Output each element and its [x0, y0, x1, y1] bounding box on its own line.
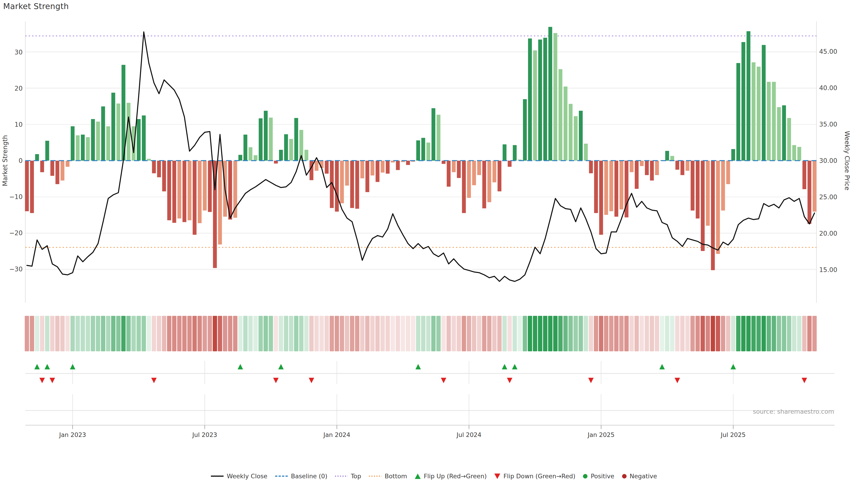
- strength-bars: [25, 27, 816, 270]
- strength-bar: [640, 161, 644, 166]
- strength-bar: [355, 161, 359, 209]
- heatmap-cell: [86, 316, 90, 351]
- left-tick-label: 10: [14, 121, 23, 128]
- heatmap-cell: [660, 316, 664, 351]
- strength-bar: [579, 111, 583, 161]
- strength-bar: [462, 161, 466, 213]
- strength-bar: [35, 154, 39, 161]
- heatmap-cell: [294, 316, 298, 351]
- legend-label: Baseline (0): [291, 473, 327, 480]
- strength-bar: [178, 161, 181, 219]
- heatmap-cell: [75, 316, 80, 351]
- heatmap-cell: [426, 316, 430, 351]
- heatmap-cell: [40, 316, 44, 351]
- legend-label: Positive: [591, 473, 614, 480]
- chart-legend: Weekly Close Baseline (0) Top Bottom Fli…: [0, 473, 868, 480]
- strength-bar: [188, 161, 191, 220]
- heatmap-cell: [736, 316, 741, 351]
- heatmap-cell: [751, 316, 756, 351]
- flip-down-marker: [802, 378, 807, 383]
- strength-bar: [493, 161, 496, 182]
- heatmap-cell: [457, 316, 461, 351]
- left-axis-title: Market Strength: [1, 135, 9, 186]
- right-tick-label: 45.00: [819, 48, 837, 55]
- strength-bar: [432, 108, 435, 161]
- heatmap-cell: [701, 316, 705, 351]
- left-tick-label: 20: [14, 85, 23, 92]
- heatmap-cell: [355, 316, 360, 351]
- strength-bar: [366, 161, 369, 192]
- heatmap-cell: [162, 316, 166, 351]
- heatmap-cell: [274, 316, 278, 351]
- strength-bar: [116, 103, 120, 161]
- heatmap-cell: [767, 316, 771, 351]
- flip-down-marker: [39, 378, 45, 383]
- heatmap-cell: [370, 316, 375, 351]
- flip-down-marker: [50, 378, 55, 383]
- weekly-close-line-icon: [211, 476, 223, 477]
- heatmap-cell: [629, 316, 634, 351]
- strength-bar: [762, 45, 766, 161]
- flip-down-triangle-icon: [494, 474, 500, 479]
- strength-bar: [96, 122, 100, 161]
- heatmap-cell: [538, 316, 542, 351]
- strength-bar: [345, 161, 349, 186]
- legend-label: Top: [351, 473, 361, 480]
- strength-bar: [690, 161, 694, 210]
- heatmap-cell: [548, 316, 553, 351]
- legend-label: Flip Up (Red→Green): [424, 473, 487, 480]
- left-tick-label: −20: [9, 229, 23, 237]
- heatmap-cell: [65, 316, 70, 351]
- heatmap-cell: [345, 316, 349, 351]
- heatmap-cell: [197, 316, 202, 351]
- heatmap-cell: [269, 316, 273, 351]
- strength-bar: [569, 104, 572, 161]
- strength-bar: [716, 161, 720, 254]
- heatmap-cell: [203, 316, 207, 351]
- heatmap-cell: [579, 316, 583, 351]
- heatmap-cell: [507, 316, 512, 351]
- strength-bar: [376, 161, 379, 182]
- flip-up-marker: [502, 364, 507, 369]
- heatmap-cell: [690, 316, 694, 351]
- heatmap-cell: [487, 316, 491, 351]
- strength-bar: [51, 161, 54, 176]
- flip-up-triangle-icon: [415, 474, 421, 479]
- strength-bar: [40, 161, 44, 172]
- strength-bar: [792, 145, 796, 161]
- strength-bar: [599, 161, 603, 235]
- strength-bar: [686, 161, 689, 171]
- source-attribution: source: sharemaestro.com: [753, 408, 834, 415]
- legend-item-positive: Positive: [583, 473, 614, 480]
- strength-bar: [112, 93, 115, 161]
- heatmap-cell: [772, 316, 776, 351]
- heatmap-cell: [192, 316, 197, 351]
- strength-bar: [574, 116, 578, 161]
- strength-bar: [614, 161, 618, 217]
- strength-bar: [563, 87, 567, 161]
- heatmap-cell: [802, 316, 807, 351]
- heatmap-cell: [812, 316, 817, 351]
- heatmap-cell: [594, 316, 598, 351]
- flip-up-marker: [512, 364, 518, 369]
- legend-label: Bottom: [385, 473, 407, 480]
- heatmap-cell: [711, 316, 715, 351]
- heatmap-cell: [568, 316, 573, 351]
- heatmap-cell: [111, 316, 116, 351]
- strength-bar: [767, 82, 771, 161]
- heatmap-cell: [91, 316, 95, 351]
- heatmap-cell: [792, 316, 796, 351]
- strength-bar: [142, 116, 146, 161]
- flip-up-marker: [415, 364, 421, 369]
- flip-up-marker: [44, 364, 50, 369]
- heatmap-cell: [721, 316, 725, 351]
- strength-bar: [675, 161, 679, 170]
- strength-bar: [711, 161, 715, 270]
- heatmap-cell: [304, 316, 309, 351]
- strength-bar: [538, 39, 542, 161]
- strength-bar: [259, 119, 263, 161]
- strength-bar: [655, 161, 659, 175]
- strength-bar: [787, 118, 791, 161]
- legend-label: Flip Down (Green→Red): [503, 473, 575, 480]
- heatmap-cell: [182, 316, 186, 351]
